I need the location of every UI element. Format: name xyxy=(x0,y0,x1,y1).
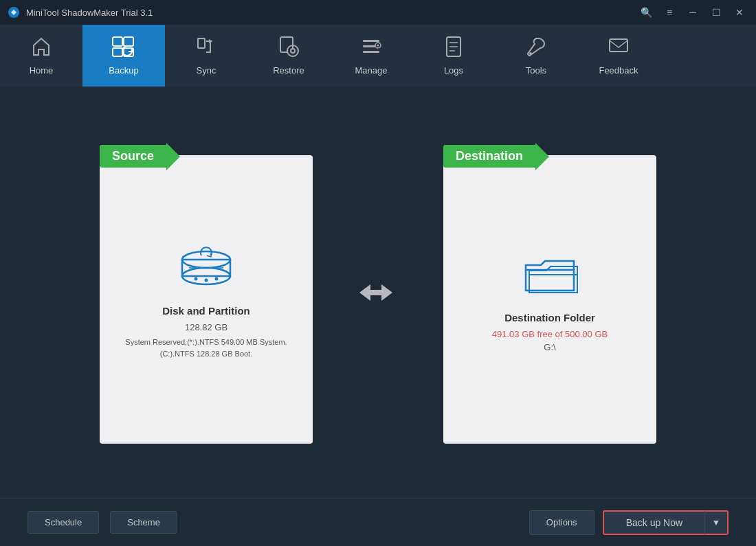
titlebar: MiniTool ShadowMaker Trial 3.1 🔍 ≡ ─ ☐ ✕ xyxy=(0,0,756,25)
svg-point-13 xyxy=(377,45,379,47)
svg-rect-2 xyxy=(124,37,133,46)
backup-icon xyxy=(111,36,136,61)
nav-home[interactable]: Home xyxy=(0,25,82,87)
svg-rect-3 xyxy=(113,48,122,56)
scheme-button[interactable]: Scheme xyxy=(110,511,177,534)
disk-icon xyxy=(175,239,237,294)
destination-title: Destination Folder xyxy=(504,312,595,323)
main-content: Source Disk and Partition 128.82 GB xyxy=(0,87,756,498)
nav-restore[interactable]: Restore xyxy=(247,25,330,87)
app-title: MiniTool ShadowMaker Trial 3.1 xyxy=(26,8,153,18)
window-controls: 🔍 ≡ ─ ☐ ✕ xyxy=(636,5,749,19)
svg-rect-11 xyxy=(363,51,379,53)
destination-path: G:\ xyxy=(544,342,555,352)
destination-free: 491.03 GB free of 500.00 GB xyxy=(492,329,608,339)
nav-logs[interactable]: Logs xyxy=(412,25,495,87)
direction-arrow xyxy=(354,279,402,306)
nav-backup-label: Backup xyxy=(109,65,138,76)
destination-card-header: Destination xyxy=(443,143,549,170)
navbar: Home Backup Sync xyxy=(0,25,756,87)
restore-icon xyxy=(278,36,300,61)
minimize-btn[interactable]: ─ xyxy=(683,5,702,19)
nav-manage[interactable]: Manage xyxy=(330,25,412,87)
nav-backup[interactable]: Backup xyxy=(82,25,165,87)
destination-card[interactable]: Destination Destination Folder 491.03 GB… xyxy=(443,155,656,444)
close-btn[interactable]: ✕ xyxy=(730,5,749,19)
nav-restore-label: Restore xyxy=(273,65,304,76)
source-title: Disk and Partition xyxy=(162,305,250,317)
search-btn[interactable]: 🔍 xyxy=(636,5,656,19)
svg-point-25 xyxy=(215,277,219,281)
backup-dropdown-button[interactable]: ▼ xyxy=(704,510,729,535)
nav-feedback-label: Feedback xyxy=(599,65,638,76)
destination-card-body: Destination Folder 491.03 GB free of 500… xyxy=(443,155,656,444)
source-label-arrow xyxy=(166,143,180,170)
menu-btn[interactable]: ≡ xyxy=(660,5,679,19)
source-detail: System Reserved,(*:).NTFS 549.00 MB Syst… xyxy=(125,337,287,359)
footer-right: Options Back up Now ▼ xyxy=(529,510,729,535)
source-card[interactable]: Source Disk and Partition 128.82 GB xyxy=(100,155,313,444)
nav-sync[interactable]: Sync xyxy=(165,25,247,87)
svg-rect-1 xyxy=(113,37,122,46)
svg-point-24 xyxy=(205,279,208,282)
svg-rect-5 xyxy=(198,38,205,48)
destination-label: Destination xyxy=(443,145,535,168)
svg-rect-9 xyxy=(363,40,379,42)
nav-feedback[interactable]: Feedback xyxy=(577,25,660,87)
nav-tools[interactable]: Tools xyxy=(495,25,577,87)
maximize-btn[interactable]: ☐ xyxy=(707,5,726,19)
options-button[interactable]: Options xyxy=(529,510,594,535)
folder-icon xyxy=(519,246,581,301)
svg-rect-19 xyxy=(610,39,627,52)
home-icon xyxy=(30,36,52,61)
schedule-button[interactable]: Schedule xyxy=(27,511,99,534)
nav-manage-label: Manage xyxy=(355,65,388,76)
source-label: Source xyxy=(100,145,166,168)
sync-icon xyxy=(195,36,217,61)
source-card-header: Source xyxy=(100,143,180,170)
feedback-icon xyxy=(608,36,630,61)
footer-left: Schedule Scheme xyxy=(27,511,177,534)
nav-home-label: Home xyxy=(30,65,54,76)
logs-icon xyxy=(443,36,465,61)
source-card-body: Disk and Partition 128.82 GB System Rese… xyxy=(100,155,313,444)
tools-icon xyxy=(525,36,547,61)
backup-now-button[interactable]: Back up Now xyxy=(603,510,704,535)
app-logo xyxy=(7,5,21,19)
manage-icon xyxy=(360,36,382,61)
nav-sync-label: Sync xyxy=(197,65,216,76)
source-size: 128.82 GB xyxy=(185,322,227,332)
footer: Schedule Scheme Options Back up Now ▼ xyxy=(0,498,756,546)
titlebar-left: MiniTool ShadowMaker Trial 3.1 xyxy=(7,5,153,19)
nav-logs-label: Logs xyxy=(444,65,463,76)
svg-point-18 xyxy=(529,52,532,55)
svg-point-23 xyxy=(194,277,198,281)
nav-tools-label: Tools xyxy=(526,65,546,76)
destination-label-arrow xyxy=(535,143,549,170)
